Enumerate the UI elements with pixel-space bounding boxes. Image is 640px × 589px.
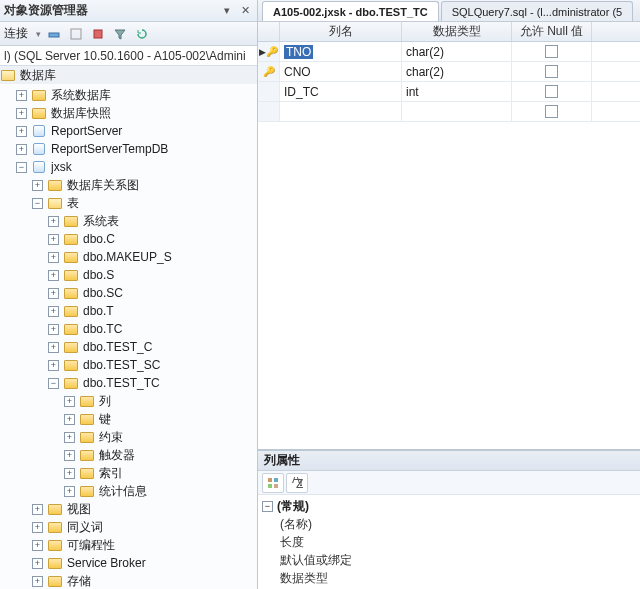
expand-icon[interactable]: + xyxy=(16,126,27,137)
tree-node[interactable]: +ReportServerTempDB xyxy=(0,140,257,158)
row-selector[interactable] xyxy=(258,102,280,121)
tree-node[interactable]: +dbo.SC xyxy=(0,284,257,302)
column-type-cell[interactable]: char(2) xyxy=(402,42,512,61)
grid-header-null[interactable]: 允许 Null 值 xyxy=(512,22,592,41)
tree-node[interactable]: +约束 xyxy=(0,428,257,446)
column-type-cell[interactable]: char(2) xyxy=(402,62,512,81)
tree-node[interactable]: +统计信息 xyxy=(0,482,257,500)
expand-icon[interactable]: + xyxy=(48,360,59,371)
pin-icon[interactable]: ▾ xyxy=(219,4,235,18)
expand-icon[interactable]: + xyxy=(64,486,75,497)
tree-node[interactable]: +系统表 xyxy=(0,212,257,230)
empty-null-cell[interactable] xyxy=(512,102,592,121)
column-type-cell[interactable]: int xyxy=(402,82,512,101)
grid-header-type[interactable]: 数据类型 xyxy=(402,22,512,41)
expand-icon[interactable]: + xyxy=(64,468,75,479)
expand-icon[interactable]: + xyxy=(48,342,59,353)
tree-node[interactable]: −表 xyxy=(0,194,257,212)
tree-node[interactable]: +dbo.TC xyxy=(0,320,257,338)
refresh-button[interactable] xyxy=(133,25,151,43)
property-category[interactable]: − (常规) xyxy=(262,497,636,515)
document-tab[interactable]: A105-002.jxsk - dbo.TEST_TC xyxy=(262,1,439,21)
tree-node[interactable]: +Service Broker xyxy=(0,554,257,572)
tree-node[interactable]: +dbo.C xyxy=(0,230,257,248)
tree-node[interactable]: +视图 xyxy=(0,500,257,518)
column-null-cell[interactable] xyxy=(512,62,592,81)
property-item[interactable]: 长度 xyxy=(262,533,636,551)
tree-node[interactable]: −dbo.TEST_TC xyxy=(0,374,257,392)
categorized-button[interactable] xyxy=(262,473,284,493)
collapse-icon[interactable]: − xyxy=(16,162,27,173)
grid-row[interactable]: 🔑CNOchar(2) xyxy=(258,62,640,82)
databases-root[interactable]: 数据库 xyxy=(0,66,257,84)
null-checkbox[interactable] xyxy=(545,45,558,58)
grid-row[interactable]: ▶🔑TNOchar(2) xyxy=(258,42,640,62)
expand-icon[interactable]: + xyxy=(64,432,75,443)
grid-header-name[interactable]: 列名 xyxy=(280,22,402,41)
property-item[interactable]: 默认值或绑定 xyxy=(262,551,636,569)
tree-node[interactable]: +同义词 xyxy=(0,518,257,536)
tree-node[interactable]: +列 xyxy=(0,392,257,410)
expand-icon[interactable]: + xyxy=(48,324,59,335)
column-null-cell[interactable] xyxy=(512,82,592,101)
row-selector[interactable]: ▶🔑 xyxy=(258,42,280,61)
expand-icon[interactable]: + xyxy=(48,234,59,245)
expand-icon[interactable]: + xyxy=(48,252,59,263)
collapse-icon[interactable]: − xyxy=(48,378,59,389)
tree-node[interactable]: +dbo.T xyxy=(0,302,257,320)
document-tab[interactable]: SQLQuery7.sql - (l...dministrator (5 xyxy=(441,1,634,21)
alphabetical-button[interactable]: AZ xyxy=(286,473,308,493)
expand-icon[interactable]: + xyxy=(32,558,43,569)
empty-type-cell[interactable] xyxy=(402,102,512,121)
grid-empty-row[interactable] xyxy=(258,102,640,122)
tree-node[interactable]: +索引 xyxy=(0,464,257,482)
dropdown-icon[interactable]: ▾ xyxy=(36,29,41,39)
row-selector[interactable] xyxy=(258,82,280,101)
expand-icon[interactable]: + xyxy=(16,144,27,155)
expand-icon[interactable]: + xyxy=(48,288,59,299)
expand-icon[interactable]: + xyxy=(32,576,43,587)
tree-node[interactable]: +ReportServer xyxy=(0,122,257,140)
tree-node[interactable]: +数据库关系图 xyxy=(0,176,257,194)
expand-icon[interactable]: + xyxy=(48,270,59,281)
null-checkbox[interactable] xyxy=(545,105,558,118)
expand-icon[interactable]: + xyxy=(64,414,75,425)
property-item[interactable]: (名称) xyxy=(262,515,636,533)
expand-icon[interactable]: + xyxy=(32,522,43,533)
disconnect-button[interactable] xyxy=(67,25,85,43)
tree-node[interactable]: +系统数据库 xyxy=(0,86,257,104)
empty-name-cell[interactable] xyxy=(280,102,402,121)
expand-icon[interactable]: + xyxy=(64,450,75,461)
expand-icon[interactable]: + xyxy=(48,306,59,317)
expand-icon[interactable]: + xyxy=(32,180,43,191)
column-name-cell[interactable]: TNO xyxy=(280,42,402,61)
tree-node[interactable]: −jxsk xyxy=(0,158,257,176)
expand-icon[interactable]: + xyxy=(16,108,27,119)
expand-icon[interactable]: + xyxy=(32,504,43,515)
collapse-icon[interactable]: − xyxy=(32,198,43,209)
tree-node[interactable]: +键 xyxy=(0,410,257,428)
expand-icon[interactable]: + xyxy=(32,540,43,551)
tree-node[interactable]: +存储 xyxy=(0,572,257,589)
null-checkbox[interactable] xyxy=(545,65,558,78)
connect-button[interactable] xyxy=(45,25,63,43)
object-explorer-tree[interactable]: +系统数据库+数据库快照+ReportServer+ReportServerTe… xyxy=(0,84,257,589)
grid-row[interactable]: ID_TCint xyxy=(258,82,640,102)
collapse-icon[interactable]: − xyxy=(262,501,273,512)
tree-node[interactable]: +dbo.TEST_SC xyxy=(0,356,257,374)
tree-node[interactable]: +dbo.TEST_C xyxy=(0,338,257,356)
property-item[interactable]: 数据类型 xyxy=(262,569,636,587)
expand-icon[interactable]: + xyxy=(48,216,59,227)
null-checkbox[interactable] xyxy=(545,85,558,98)
autohide-icon[interactable]: ✕ xyxy=(237,4,253,18)
stop-button[interactable] xyxy=(89,25,107,43)
column-null-cell[interactable] xyxy=(512,42,592,61)
expand-icon[interactable]: + xyxy=(16,90,27,101)
tree-node[interactable]: +数据库快照 xyxy=(0,104,257,122)
row-selector[interactable]: 🔑 xyxy=(258,62,280,81)
expand-icon[interactable]: + xyxy=(64,396,75,407)
tree-node[interactable]: +dbo.MAKEUP_S xyxy=(0,248,257,266)
column-name-cell[interactable]: ID_TC xyxy=(280,82,402,101)
filter-button[interactable] xyxy=(111,25,129,43)
tree-node[interactable]: +可编程性 xyxy=(0,536,257,554)
